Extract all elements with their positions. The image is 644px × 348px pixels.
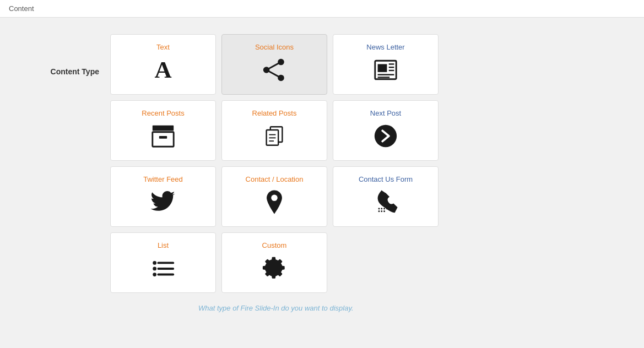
recent-posts-icon	[150, 123, 176, 153]
card-contact-location-label: Contact / Location	[246, 175, 304, 183]
svg-point-23	[378, 208, 380, 209]
grid-container: Text A Social Icons	[110, 34, 622, 312]
card-twitter-label: Twitter Feed	[143, 175, 183, 183]
card-contact-us-form[interactable]: Contact Us Form	[333, 166, 439, 227]
card-related-posts[interactable]: Related Posts	[221, 100, 327, 161]
related-posts-icon	[261, 123, 288, 153]
card-twitter-feed[interactable]: Twitter Feed	[110, 166, 216, 227]
svg-point-26	[386, 208, 388, 209]
card-text-label: Text	[156, 43, 170, 51]
content-type-row: Content Type Text A Social Icons	[22, 34, 622, 312]
grid-row-1: Text A Social Icons	[110, 34, 622, 95]
grid-row-4: List Cust	[110, 232, 622, 293]
card-newsletter-label: News Letter	[366, 43, 404, 51]
grid-row-2: Recent Posts Related Posts	[110, 100, 622, 161]
card-next-post[interactable]: Next Post	[333, 100, 439, 161]
card-social-icons[interactable]: Social Icons	[221, 34, 327, 95]
card-custom-label: Custom	[262, 241, 287, 249]
svg-point-22	[271, 194, 278, 201]
svg-rect-7	[378, 64, 387, 72]
custom-icon	[261, 255, 288, 285]
svg-point-29	[383, 210, 385, 212]
content-type-label: Content Type	[22, 34, 99, 76]
hint-text: What type of Fire Slide-In do you want t…	[198, 304, 622, 312]
card-list[interactable]: List	[110, 232, 216, 293]
svg-point-24	[381, 208, 382, 209]
svg-text:A: A	[154, 57, 171, 83]
card-text[interactable]: Text A	[110, 34, 216, 95]
share-icon	[261, 57, 288, 86]
contact-form-icon	[372, 189, 399, 219]
svg-point-27	[378, 210, 380, 212]
card-news-letter[interactable]: News Letter	[333, 34, 439, 95]
main-content: Content Type Text A Social Icons	[0, 18, 644, 340]
svg-rect-15	[159, 136, 167, 139]
svg-point-30	[153, 261, 156, 265]
list-icon	[150, 255, 176, 285]
svg-line-4	[267, 62, 281, 69]
twitter-icon	[150, 189, 176, 219]
card-recent-posts[interactable]: Recent Posts	[110, 100, 216, 161]
svg-point-32	[153, 267, 156, 270]
location-icon	[261, 189, 288, 219]
svg-rect-13	[153, 125, 174, 130]
text-icon: A	[150, 57, 176, 86]
svg-point-21	[375, 124, 397, 146]
card-recent-label: Recent Posts	[142, 109, 184, 117]
card-contact-location[interactable]: Contact / Location	[221, 166, 327, 227]
grid-row-3: Twitter Feed Contact / Location	[110, 166, 622, 227]
svg-point-3	[263, 67, 270, 73]
svg-line-5	[267, 70, 281, 78]
top-bar-title: Content	[9, 4, 34, 13]
card-contactform-label: Contact Us Form	[359, 175, 413, 183]
next-post-icon	[372, 123, 399, 153]
card-related-label: Related Posts	[252, 109, 297, 117]
svg-point-28	[381, 210, 382, 212]
svg-point-1	[278, 58, 284, 65]
card-list-label: List	[158, 241, 169, 249]
svg-point-25	[383, 208, 385, 209]
newsletter-icon	[372, 57, 399, 86]
card-nextpost-label: Next Post	[370, 109, 401, 117]
svg-point-34	[153, 273, 156, 276]
card-custom[interactable]: Custom	[221, 232, 327, 293]
svg-rect-14	[153, 132, 174, 146]
card-social-label: Social Icons	[255, 43, 294, 51]
top-bar: Content	[0, 0, 644, 18]
